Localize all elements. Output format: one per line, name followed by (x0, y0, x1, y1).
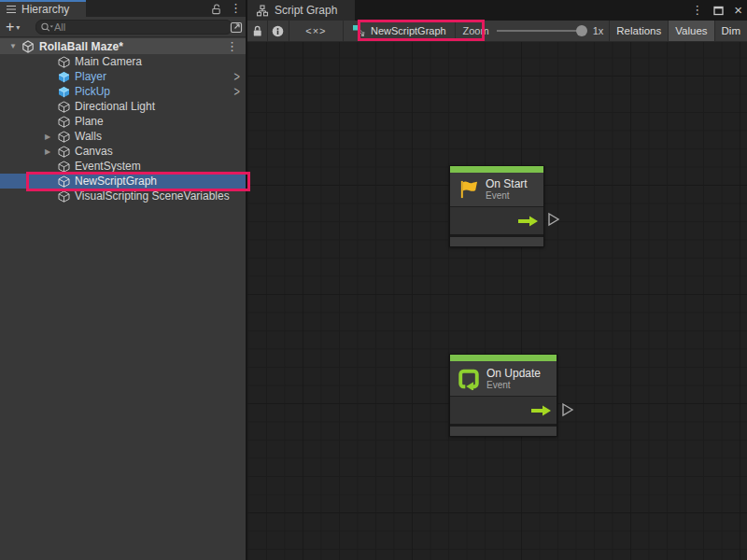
plus-icon: + (6, 20, 14, 35)
info-icon (272, 25, 284, 37)
node-on-update[interactable]: On Update Event (449, 354, 557, 437)
unlock-icon[interactable] (210, 3, 222, 15)
graph-canvas[interactable]: On Start Event (247, 42, 747, 560)
collapse-triangle-icon[interactable]: ▼ (9, 42, 17, 50)
hierarchy-panel-menu-icon[interactable]: ⋮ (230, 4, 242, 13)
relations-toggle-button[interactable]: Relations (609, 21, 668, 41)
node-titlebar (450, 166, 543, 173)
zoom-slider[interactable] (497, 30, 585, 32)
list-icon (6, 5, 17, 14)
node-port-row (450, 206, 543, 234)
variables-icon: <×> (305, 25, 326, 36)
gameobject-cube-icon (58, 161, 70, 173)
prefab-expand-icon[interactable]: > (234, 70, 240, 84)
hierarchy-item-canvas[interactable]: ▶ Canvas (0, 144, 246, 159)
graph-info-button[interactable] (268, 21, 289, 41)
scene-header-row[interactable]: ▼ RollaBall Maze* ⋮ (0, 38, 246, 54)
node-header: On Update Event (450, 361, 557, 396)
hierarchy-item-plane[interactable]: Plane (0, 114, 246, 129)
gameobject-cube-icon (58, 175, 70, 188)
tab-hierarchy[interactable]: Hierarchy (0, 0, 86, 17)
node-subtitle: Event (486, 380, 541, 391)
prefab-cube-icon (58, 86, 70, 98)
hierarchy-tree: Main Camera Player > PickUp > Directiona… (0, 54, 246, 203)
graph-toolbar: <×> NewScriptGraph Zoom 1x Relation (247, 21, 747, 42)
prefab-cube-icon (58, 71, 70, 83)
node-port-row (450, 396, 557, 424)
dim-toggle-button[interactable]: Dim (714, 21, 747, 41)
node-title: On Update (486, 367, 541, 380)
scene-name: RollaBall Maze* (39, 40, 123, 53)
maximize-icon[interactable] (713, 6, 724, 16)
scene-menu-icon[interactable]: ⋮ (226, 42, 238, 51)
node-header: On Start Event (450, 173, 543, 206)
node-footer (450, 237, 543, 246)
node-subtitle: Event (486, 190, 528, 202)
hierarchy-tab-label: Hierarchy (21, 3, 69, 16)
output-port-triangle[interactable] (561, 402, 574, 417)
gameobject-cube-icon (58, 146, 70, 158)
node-on-start[interactable]: On Start Event (449, 165, 544, 247)
prefab-expand-icon[interactable]: > (234, 85, 240, 99)
lock-icon (251, 24, 263, 37)
hierarchy-item-main-camera[interactable]: Main Camera (0, 54, 246, 69)
node-footer (450, 427, 557, 436)
loop-icon (458, 368, 480, 390)
unity-editor-window: Hierarchy ⋮ + ▾ (0, 0, 747, 560)
hierarchy-item-visualscripting-scenevariables[interactable]: VisualScripting SceneVariables (0, 189, 246, 203)
add-gameobject-button[interactable]: + ▾ (6, 18, 20, 36)
gameobject-cube-icon (58, 116, 70, 128)
hierarchy-item-player[interactable]: Player > (0, 69, 246, 84)
graph-variables-button[interactable]: <×> (289, 21, 344, 41)
values-toggle-button[interactable]: Values (668, 21, 713, 41)
hierarchy-item-pickup[interactable]: PickUp > (0, 84, 246, 99)
node-titlebar (450, 355, 557, 361)
node-title: On Start (486, 177, 528, 190)
dropdown-arrow-icon: ▾ (16, 23, 20, 32)
expand-triangle-icon[interactable]: ▶ (43, 147, 52, 156)
unity-logo-icon (21, 40, 35, 53)
graph-name-button[interactable]: NewScriptGraph (344, 21, 455, 41)
hierarchy-item-walls[interactable]: ▶ Walls (0, 129, 246, 144)
zoom-label: Zoom (463, 25, 489, 36)
gameobject-cube-icon (58, 56, 70, 68)
graph-tab-label: Script Graph (275, 4, 337, 17)
window-menu-icon[interactable]: ⋮ (691, 6, 703, 15)
graph-tabstrip: Script Graph ⋮ × (247, 0, 747, 21)
gameobject-cube-icon (58, 101, 70, 113)
output-port-triangle[interactable] (547, 212, 560, 227)
zoom-value: 1x (593, 25, 604, 36)
hierarchy-toolbar: + ▾ (0, 17, 246, 37)
hierarchy-search-box[interactable] (35, 20, 233, 35)
graph-name-label: NewScriptGraph (371, 25, 446, 36)
hierarchy-tabstrip: Hierarchy ⋮ (0, 0, 246, 17)
tab-script-graph[interactable]: Script Graph (247, 0, 355, 21)
hierarchy-item-newscriptgraph[interactable]: NewScriptGraph (0, 174, 246, 189)
graph-tree-icon (256, 5, 269, 17)
scene-picker-icon[interactable] (230, 21, 243, 34)
flow-arrow-icon (518, 216, 538, 227)
search-icon (40, 21, 54, 33)
flag-icon (458, 179, 479, 200)
hierarchy-item-eventsystem[interactable]: EventSystem (0, 159, 246, 174)
expand-triangle-icon[interactable]: ▶ (43, 133, 52, 141)
gameobject-cube-icon (58, 190, 70, 203)
gameobject-cube-icon (58, 131, 70, 143)
hierarchy-panel: Hierarchy ⋮ + ▾ (0, 0, 247, 560)
search-input[interactable] (54, 21, 228, 33)
script-graph-asset-icon (352, 24, 365, 37)
zoom-control: Zoom 1x (463, 25, 610, 36)
zoom-slider-handle[interactable] (576, 25, 587, 36)
hierarchy-item-directional-light[interactable]: Directional Light (0, 99, 246, 114)
lock-graph-button[interactable] (247, 21, 268, 41)
close-icon[interactable]: × (734, 4, 742, 17)
flow-arrow-icon (531, 405, 551, 416)
script-graph-panel: Script Graph ⋮ × (247, 0, 747, 560)
